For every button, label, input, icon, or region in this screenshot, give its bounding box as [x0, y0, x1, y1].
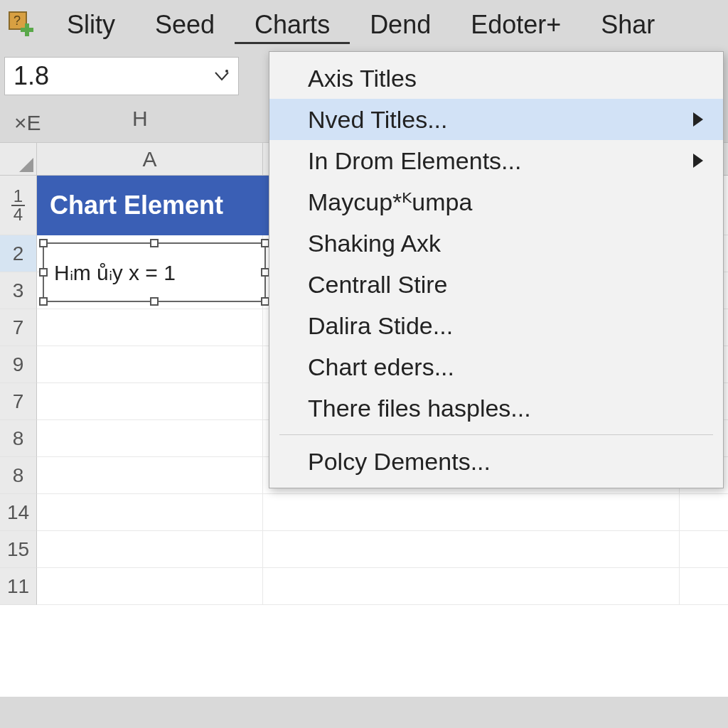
menu-item-polcy-dements[interactable]: Polcy Dements...	[269, 441, 723, 482]
row-head-11[interactable]: 11	[0, 568, 37, 605]
menu-separator	[279, 434, 713, 435]
menu-item-centrall-stire[interactable]: Centrall Stire	[269, 264, 723, 305]
select-all-corner[interactable]	[0, 143, 37, 176]
menu-item-shaking-axk[interactable]: Shaking Axk	[269, 223, 723, 264]
menu-item-dalira-stide[interactable]: Dalira Stide...	[269, 305, 723, 346]
menu-slity[interactable]: Slity	[47, 6, 135, 44]
row-head-9[interactable]: 14	[0, 494, 37, 531]
row-head-4[interactable]: 7	[0, 309, 37, 346]
menu-shar[interactable]: Shar	[581, 6, 675, 44]
row-head-1[interactable]: 1 4	[0, 176, 37, 235]
name-box[interactable]: 1.8	[4, 57, 239, 95]
menubar: ? Slity Seed Charts Dend Edoter+ Shar	[0, 0, 728, 53]
menu-item-chart-eders[interactable]: Chart eders...	[269, 346, 723, 387]
row-head-3[interactable]: 3	[0, 272, 37, 309]
row-head-8[interactable]: 8	[0, 457, 37, 494]
row-1-fraction: 1 4	[11, 188, 25, 223]
resize-handle-ml[interactable]	[39, 268, 48, 277]
col-head-a[interactable]: A	[37, 143, 263, 176]
menu-item-in-drom-elements[interactable]: In Drom Elements...	[269, 140, 723, 181]
svg-text:?: ?	[14, 14, 21, 28]
resize-handle-tl[interactable]	[39, 239, 48, 247]
row-headers: 1 4 2 3 7 9 7 8 8 14 15 11	[0, 143, 37, 605]
resize-handle-tm[interactable]	[150, 239, 159, 247]
name-box-value: 1.8	[14, 61, 49, 91]
submenu-arrow-icon	[693, 112, 703, 127]
menu-edoter[interactable]: Edoter+	[451, 6, 581, 44]
menu-seed[interactable]: Seed	[135, 6, 235, 44]
menu-item-there-files[interactable]: There files hasples...	[269, 387, 723, 429]
menu-item-nved-titles[interactable]: Nved Titles...	[269, 99, 723, 140]
selected-text-object[interactable]: Hᵢm ůᵢy x = 1	[43, 242, 266, 302]
name-box-dropdown-icon[interactable]	[214, 68, 230, 84]
selected-object-text: Hᵢm ůᵢy x = 1	[54, 260, 176, 285]
menu-item-maycup[interactable]: Maycup*ᴷumpa	[269, 181, 723, 223]
menu-charts[interactable]: Charts	[235, 6, 350, 44]
row-head-5[interactable]: 9	[0, 346, 37, 383]
table-header-text: Chart Element	[50, 191, 223, 220]
submenu-arrow-icon	[693, 154, 703, 168]
row-head-10[interactable]: 15	[0, 531, 37, 568]
row-head-6[interactable]: 7	[0, 383, 37, 420]
svg-point-4	[225, 70, 228, 73]
resize-handle-bl[interactable]	[39, 297, 48, 306]
menu-dend[interactable]: Dend	[350, 6, 451, 44]
row-head-7[interactable]: 8	[0, 420, 37, 457]
row-head-2[interactable]: 2	[0, 235, 37, 272]
menu-item-axis-titles[interactable]: Axis Titles	[269, 58, 723, 99]
charts-dropdown-menu: Axis Titles Nved Titles... In Drom Eleme…	[269, 51, 724, 488]
svg-rect-3	[21, 28, 33, 32]
label-h: H	[132, 107, 148, 131]
add-icon[interactable]: ?	[4, 7, 40, 43]
resize-handle-bm[interactable]	[150, 297, 159, 306]
label-xe: ×E	[14, 111, 41, 135]
